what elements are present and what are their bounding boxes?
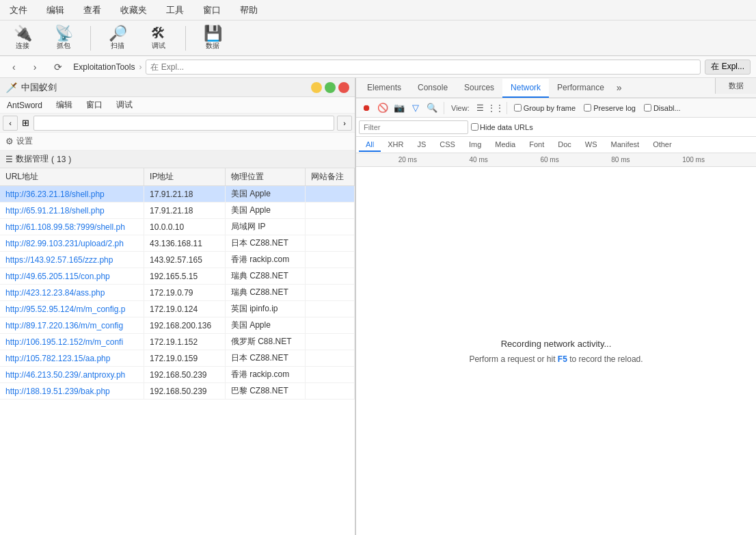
tab-sources[interactable]: Sources <box>456 79 502 98</box>
hide-data-urls-checkbox[interactable] <box>471 123 478 131</box>
preserve-log-label[interactable]: Preserve log <box>584 104 636 112</box>
tab-network[interactable]: Network <box>502 79 549 98</box>
group-by-frame-label[interactable]: Group by frame <box>514 104 576 112</box>
reload-btn[interactable]: ⟳ <box>47 60 69 75</box>
breadcrumb: ExploitationTools <box>73 62 135 72</box>
tab-console[interactable]: Console <box>409 79 456 98</box>
group-by-frame-checkbox[interactable] <box>514 104 522 112</box>
table-row[interactable]: http://46.213.50.239/.antproxy.ph192.168… <box>0 367 355 383</box>
menu-item-file[interactable]: 文件 <box>7 3 30 18</box>
empty-state-main-text: Recording network activity... <box>501 339 612 349</box>
table-row[interactable]: http://188.19.51.239/bak.php192.168.50.2… <box>0 383 355 400</box>
section-header: ☰ 数据管理 ( 13 ) <box>0 151 355 168</box>
menu-item-tools[interactable]: 工具 <box>163 3 187 18</box>
close-btn[interactable] <box>338 82 349 93</box>
cell-location: 美国 Apple <box>225 317 305 334</box>
tree-view-icon[interactable]: ⋮⋮ <box>489 101 502 115</box>
col-header-note[interactable]: 网站备注 <box>305 168 354 186</box>
minimize-btn[interactable] <box>311 82 322 93</box>
toolbar-nav-right-btn[interactable]: › <box>337 116 352 131</box>
nav-tab-ws[interactable]: WS <box>578 138 604 152</box>
cell-location: 日本 CZ88.NET <box>225 350 305 367</box>
nav-tab-xhr[interactable]: XHR <box>381 138 410 152</box>
cell-ip: 192.165.5.15 <box>144 268 226 285</box>
time-mark-40: 40 ms <box>470 156 488 164</box>
left-panel: 🗡️ 中国蚁剑 AntSword 编辑 窗口 调试 ‹ ⊞ › <box>0 78 355 535</box>
filter-btn[interactable]: ▽ <box>408 101 423 116</box>
list-view-icon[interactable]: ☰ <box>474 101 487 115</box>
cell-url: http://188.19.51.239/bak.php <box>0 383 144 400</box>
antsword-menu-antsword[interactable]: AntSword <box>4 99 45 112</box>
disable-label[interactable]: Disabl... <box>644 104 681 112</box>
cell-ip: 172.19.0.79 <box>144 285 226 301</box>
col-header-url[interactable]: URL地址 <box>0 168 144 186</box>
antsword-menu-window[interactable]: 窗口 <box>83 98 105 112</box>
view-label: View: <box>448 104 472 112</box>
nav-tab-all[interactable]: All <box>359 138 381 152</box>
nav-tab-js[interactable]: JS <box>410 138 433 152</box>
network-empty-state: Recording network activity... Perform a … <box>356 167 756 535</box>
table-row[interactable]: http://423.12.23.84/ass.php172.19.0.79瑞典… <box>0 285 355 301</box>
cell-note <box>305 334 354 350</box>
timeline-ruler: 20 ms 40 ms 60 ms 80 ms 100 ms <box>356 153 756 167</box>
toolbar-debug-btn[interactable]: 🛠 调试 <box>141 23 176 53</box>
nav-tab-font[interactable]: Font <box>522 138 551 152</box>
camera-btn[interactable]: 📷 <box>392 101 407 116</box>
table-row[interactable]: http://82.99.103.231/upload/2.ph43.136.1… <box>0 235 355 252</box>
table-row[interactable]: http://65.91.21.18/shell.php17.91.21.18美… <box>0 203 355 219</box>
address-input[interactable] <box>146 60 701 75</box>
table-row[interactable]: http://106.195.12.152/m/m_confi172.19.1.… <box>0 334 355 350</box>
filter-input[interactable] <box>359 120 468 134</box>
disable-checkbox[interactable] <box>644 104 651 112</box>
table-row[interactable]: http://36.23.21.18/shell.php17.91.21.18美… <box>0 186 355 203</box>
menu-item-help[interactable]: 帮助 <box>237 3 260 18</box>
go-btn[interactable]: 在 Expl... <box>705 60 751 75</box>
preserve-log-checkbox[interactable] <box>584 104 591 112</box>
toolbar-scan-btn[interactable]: 🔎 扫描 <box>100 23 135 53</box>
settings-bar[interactable]: ⚙ 设置 <box>0 133 355 151</box>
toolbar-connect-btn[interactable]: 🔌 连接 <box>5 23 40 53</box>
nav-tab-css[interactable]: CSS <box>433 138 462 152</box>
sub-text-before: Perform a request or hit <box>469 354 557 364</box>
back-btn[interactable]: ‹ <box>5 60 23 75</box>
extra-label: 数据 <box>729 81 744 90</box>
tab-elements[interactable]: Elements <box>359 79 409 98</box>
maximize-btn[interactable] <box>325 82 336 93</box>
table-row[interactable]: http://105.782.123.15/aa.php172.19.0.159… <box>0 350 355 367</box>
table-row[interactable]: http://61.108.99.58:7999/shell.ph10.0.0.… <box>0 219 355 235</box>
col-header-location[interactable]: 物理位置 <box>225 168 305 186</box>
toolbar-back-btn[interactable]: ‹ <box>3 116 18 131</box>
nav-tab-media[interactable]: Media <box>488 138 522 152</box>
menu-item-window[interactable]: 窗口 <box>200 3 224 18</box>
table-row[interactable]: http://49.65.205.115/con.php192.165.5.15… <box>0 268 355 285</box>
forward-btn[interactable]: › <box>27 60 44 75</box>
nav-tab-doc[interactable]: Doc <box>551 138 578 152</box>
toolbar-sep-2 <box>507 102 507 114</box>
tab-more-btn[interactable]: » <box>612 79 626 96</box>
nav-tab-manifest[interactable]: Manifest <box>604 138 647 152</box>
toolbar-backup-btn[interactable]: 💾 数据 <box>195 23 230 53</box>
antsword-window-controls <box>311 82 349 93</box>
antsword-menu-debug[interactable]: 调试 <box>113 98 135 112</box>
menu-item-view[interactable]: 查看 <box>81 3 104 18</box>
hide-data-urls-label[interactable]: Hide data URLs <box>471 123 533 131</box>
record-btn[interactable]: ⏺ <box>359 101 374 116</box>
table-row[interactable]: http://89.17.220.136/m/m_config192.168.2… <box>0 317 355 334</box>
menu-item-edit[interactable]: 编辑 <box>44 3 67 18</box>
nav-tab-other[interactable]: Other <box>646 138 679 152</box>
nav-tab-img[interactable]: Img <box>462 138 488 152</box>
antsword-menu-edit[interactable]: 编辑 <box>53 98 75 112</box>
capture-icon: 📡 <box>55 26 73 41</box>
search-btn[interactable]: 🔍 <box>424 101 440 116</box>
stop-btn[interactable]: 🚫 <box>375 101 390 116</box>
table-row[interactable]: https://143.92.57.165/zzz.php143.92.57.1… <box>0 252 355 268</box>
tab-performance[interactable]: Performance <box>549 79 612 98</box>
breadcrumb-arrow: › <box>139 62 141 72</box>
antsword-address-input[interactable] <box>33 116 334 131</box>
toolbar-capture-btn[interactable]: 📡 抓包 <box>46 23 81 53</box>
menu-item-favorites[interactable]: 收藏夹 <box>118 3 150 18</box>
cell-url: http://61.108.99.58:7999/shell.ph <box>0 219 144 235</box>
table-row[interactable]: http://95.52.95.124/m/m_config.p172.19.0… <box>0 301 355 317</box>
col-header-ip[interactable]: IP地址 <box>144 168 226 186</box>
cell-note <box>305 285 354 301</box>
